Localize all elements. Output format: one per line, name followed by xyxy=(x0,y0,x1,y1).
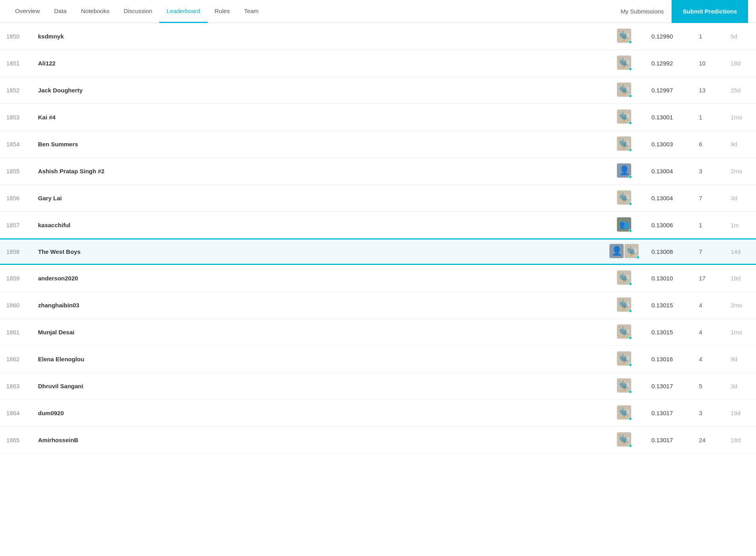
leaderboard-table: 1850 ksdmnyk 0.12990 1 5d 1851 Ali122 0.… xyxy=(0,23,756,454)
entries-cell: 7 xyxy=(693,185,724,212)
team-cell: Jack Dougherty xyxy=(32,77,603,104)
score-cell: 0.13003 xyxy=(645,131,693,158)
table-row[interactable]: 1851 Ali122 0.12992 10 18d xyxy=(0,50,756,77)
team-cell: anderson2020 xyxy=(32,265,603,292)
score-cell: 0.12992 xyxy=(645,50,693,77)
table-row[interactable]: 1861 Munjal Desai 0.13015 4 1mo xyxy=(0,319,756,346)
rank-cell: 1860 xyxy=(0,292,32,319)
online-dot xyxy=(629,336,632,339)
avatar-cell xyxy=(603,427,645,454)
score-cell: 0.13006 xyxy=(645,212,693,239)
avatar-cell xyxy=(603,265,645,292)
online-dot xyxy=(629,121,632,125)
team-cell: Munjal Desai xyxy=(32,319,603,346)
rank-cell: 1863 xyxy=(0,373,32,400)
nav-items: OverviewDataNotebooksDiscussionLeaderboa… xyxy=(8,0,310,23)
table-row[interactable]: 1859 anderson2020 0.13010 17 19d xyxy=(0,265,756,292)
team-cell: dum0920 xyxy=(32,400,603,427)
rank-cell: 1864 xyxy=(0,400,32,427)
rank-cell: 1855 xyxy=(0,158,32,185)
score-cell: 0.13015 xyxy=(645,292,693,319)
nav-item-data[interactable]: Data xyxy=(47,0,74,23)
table-row[interactable]: 1855 Ashish Pratap Singh #2 0.13004 3 2m… xyxy=(0,158,756,185)
submit-predictions-button[interactable]: Submit Predictions xyxy=(672,0,748,23)
score-cell: 0.13017 xyxy=(645,400,693,427)
rank-cell: 1858 xyxy=(0,239,32,265)
time-cell: 2mo xyxy=(724,158,756,185)
table-row[interactable]: 1856 Gary Lai 0.13004 7 3d xyxy=(0,185,756,212)
entries-cell: 24 xyxy=(693,427,724,454)
online-dot xyxy=(629,390,632,393)
time-cell: 3d xyxy=(724,185,756,212)
avatar-cell xyxy=(603,185,645,212)
entries-cell: 1 xyxy=(693,212,724,239)
score-cell: 0.13004 xyxy=(645,185,693,212)
time-cell: 25d xyxy=(724,77,756,104)
avatar-cell xyxy=(603,346,645,373)
online-dot xyxy=(629,417,632,420)
score-cell: 0.12990 xyxy=(645,23,693,50)
rank-cell: 1851 xyxy=(0,50,32,77)
rank-cell: 1861 xyxy=(0,319,32,346)
my-submissions-link[interactable]: My Submissions xyxy=(613,0,672,23)
avatar-person xyxy=(609,244,624,258)
table-row[interactable]: 1858 The West Boys 0.13008 7 14d xyxy=(0,239,756,265)
nav-item-leaderboard[interactable]: Leaderboard xyxy=(159,0,207,23)
table-row[interactable]: 1857 kasacchiful 0.13006 1 1m xyxy=(0,212,756,239)
score-cell: 0.13004 xyxy=(645,158,693,185)
team-cell: ksdmnyk xyxy=(32,23,603,50)
table-row[interactable]: 1865 AmirhosseinB 0.13017 24 18d xyxy=(0,427,756,454)
entries-cell: 10 xyxy=(693,50,724,77)
table-row[interactable]: 1854 Ben Summers 0.13003 6 9d xyxy=(0,131,756,158)
time-cell: 1m xyxy=(724,212,756,239)
avatar-cell xyxy=(603,373,645,400)
entries-cell: 1 xyxy=(693,104,724,131)
online-dot xyxy=(636,256,640,259)
team-cell: Kai #4 xyxy=(32,104,603,131)
time-cell: 9d xyxy=(724,346,756,373)
entries-cell: 4 xyxy=(693,319,724,346)
rank-cell: 1862 xyxy=(0,346,32,373)
score-cell: 0.13010 xyxy=(645,265,693,292)
time-cell: 9d xyxy=(724,131,756,158)
team-cell: Dhruvil Sangani xyxy=(32,373,603,400)
nav-item-notebooks[interactable]: Notebooks xyxy=(74,0,116,23)
time-cell: 2mo xyxy=(724,292,756,319)
team-cell: kasacchiful xyxy=(32,212,603,239)
entries-cell: 6 xyxy=(693,131,724,158)
online-dot xyxy=(629,148,632,151)
table-row[interactable]: 1853 Kai #4 0.13001 1 1mo xyxy=(0,104,756,131)
entries-cell: 4 xyxy=(693,292,724,319)
nav-item-overview[interactable]: Overview xyxy=(8,0,47,23)
online-dot xyxy=(629,94,632,98)
team-cell: Ali122 xyxy=(32,50,603,77)
entries-cell: 3 xyxy=(693,400,724,427)
table-row[interactable]: 1864 dum0920 0.13017 3 19d xyxy=(0,400,756,427)
table-row[interactable]: 1863 Dhruvil Sangani 0.13017 5 3d xyxy=(0,373,756,400)
entries-cell: 7 xyxy=(693,239,724,265)
rank-cell: 1865 xyxy=(0,427,32,454)
score-cell: 0.13017 xyxy=(645,373,693,400)
score-cell: 0.13015 xyxy=(645,319,693,346)
time-cell: 19d xyxy=(724,400,756,427)
score-cell: 0.13017 xyxy=(645,427,693,454)
nav-item-team[interactable]: Team xyxy=(237,0,266,23)
online-dot xyxy=(629,40,632,44)
nav-item-rules[interactable]: Rules xyxy=(208,0,237,23)
online-dot xyxy=(629,202,632,205)
rank-cell: 1854 xyxy=(0,131,32,158)
rank-cell: 1850 xyxy=(0,23,32,50)
entries-cell: 1 xyxy=(693,23,724,50)
team-cell: Ashish Pratap Singh #2 xyxy=(32,158,603,185)
team-cell: Elena Elenoglou xyxy=(32,346,603,373)
table-row[interactable]: 1850 ksdmnyk 0.12990 1 5d xyxy=(0,23,756,50)
team-cell: The West Boys xyxy=(32,239,603,265)
nav-bar: OverviewDataNotebooksDiscussionLeaderboa… xyxy=(0,0,756,23)
table-row[interactable]: 1852 Jack Dougherty 0.12997 13 25d xyxy=(0,77,756,104)
avatar-cell xyxy=(603,400,645,427)
time-cell: 3d xyxy=(724,373,756,400)
table-row[interactable]: 1860 zhanghaibin03 0.13015 4 2mo xyxy=(0,292,756,319)
nav-item-discussion[interactable]: Discussion xyxy=(116,0,160,23)
table-row[interactable]: 1862 Elena Elenoglou 0.13016 4 9d xyxy=(0,346,756,373)
entries-cell: 4 xyxy=(693,346,724,373)
